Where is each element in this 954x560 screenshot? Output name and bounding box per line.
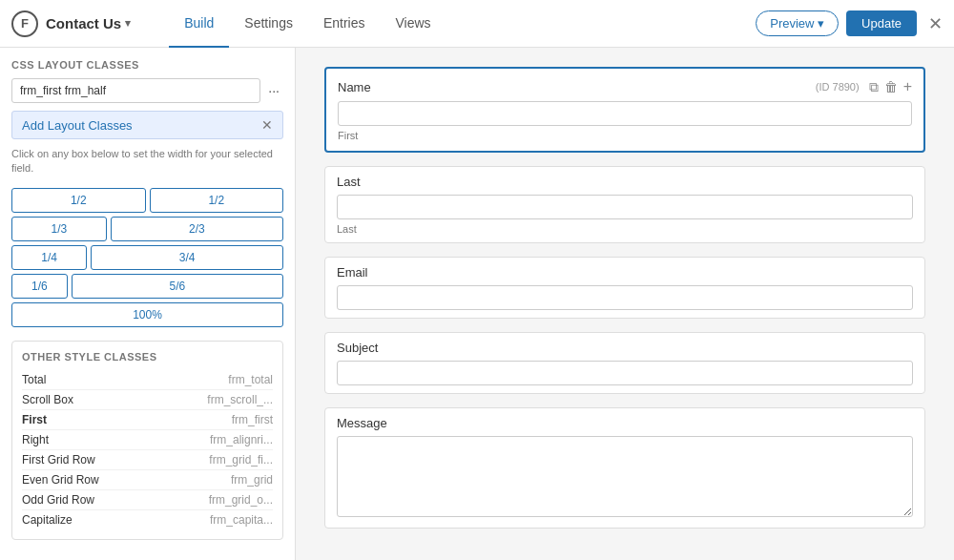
field-name[interactable]: Name (ID 7890) ⧉ 🗑 + First (324, 67, 925, 153)
grid-btn-two-thirds[interactable]: 2/3 (111, 217, 283, 241)
style-row-scroll[interactable]: Scroll Box frm_scroll_... (22, 390, 273, 410)
field-last[interactable]: Last Last (324, 166, 925, 243)
style-value-first-grid: frm_grid_fi... (209, 453, 273, 467)
grid-row-full: 100% (11, 302, 283, 327)
sidebar: CSS Layout Classes ··· Add Layout Classe… (0, 48, 296, 560)
style-label-first-grid: First Grid Row (22, 453, 95, 467)
close-button[interactable]: ✕ (928, 13, 943, 34)
grid-buttons: 1/2 1/2 1/3 2/3 1/4 3/4 1/6 5/6 100% (11, 188, 283, 327)
message-textarea[interactable] (337, 436, 913, 517)
close-layout-button[interactable]: ✕ (261, 117, 273, 133)
form-builder-content: Name (ID 7890) ⧉ 🗑 + First Last Last Ema… (296, 48, 954, 560)
field-name-title: Name (338, 80, 371, 94)
add-layout-label: Add Layout Classes (22, 118, 133, 133)
style-value-total: frm_total (228, 373, 273, 386)
grid-btn-third-1[interactable]: 1/3 (11, 217, 107, 241)
style-value-right: frm_alignri... (210, 433, 273, 446)
name-first-input[interactable] (338, 101, 912, 126)
style-label-odd-grid: Odd Grid Row (22, 493, 94, 507)
field-subject-label: Subject (337, 341, 913, 355)
style-value-even-grid: frm_grid (231, 473, 273, 487)
style-label-even-grid: Even Grid Row (22, 473, 99, 487)
delete-field-button[interactable]: 🗑 (884, 79, 898, 94)
style-value-first: frm_first (232, 413, 273, 426)
style-row-right[interactable]: Right frm_alignri... (22, 430, 273, 450)
header: F Contact Us ▾ Build Settings Entries Vi… (0, 0, 954, 48)
style-row-first[interactable]: First frm_first (22, 410, 273, 430)
grid-btn-five-sixths[interactable]: 5/6 (72, 274, 283, 299)
grid-btn-full[interactable]: 100% (11, 302, 283, 327)
other-section-title: Other Style Classes (22, 351, 273, 363)
style-label-capitalize: Capitalize (22, 513, 73, 527)
grid-row-quarter: 1/4 3/4 (11, 245, 283, 270)
preview-button[interactable]: Preview ▾ (756, 10, 839, 36)
style-row-even-grid[interactable]: Even Grid Row frm_grid (22, 470, 273, 490)
add-layout-bar[interactable]: Add Layout Classes ✕ (11, 111, 283, 139)
style-row-capitalize[interactable]: Capitalize frm_capita... (22, 510, 273, 529)
chevron-down-icon: ▾ (125, 17, 131, 30)
add-field-button[interactable]: + (903, 78, 912, 95)
field-last-label: Last (337, 175, 913, 189)
app-title: Contact Us ▾ (46, 15, 131, 31)
layout-hint: Click on any box below to set the width … (11, 147, 283, 176)
main-nav: Build Settings Entries Views (169, 0, 756, 48)
style-row-first-grid[interactable]: First Grid Row frm_grid_fi... (22, 450, 273, 470)
grid-row-sixth: 1/6 5/6 (11, 274, 283, 299)
css-section-title: CSS Layout Classes (11, 59, 283, 71)
other-styles-section: Other Style Classes Total frm_total Scro… (11, 341, 283, 540)
field-subject[interactable]: Subject (324, 332, 925, 394)
grid-btn-half-2[interactable]: 1/2 (150, 188, 284, 213)
style-label-right: Right (22, 433, 49, 446)
header-actions: Preview ▾ Update ✕ (756, 10, 943, 36)
nav-build[interactable]: Build (169, 0, 229, 48)
logo: F (11, 10, 38, 37)
field-email[interactable]: Email (324, 257, 925, 319)
last-sublabel: Last (337, 223, 913, 235)
subject-input[interactable] (337, 361, 913, 385)
grid-btn-half-1[interactable]: 1/2 (11, 188, 146, 213)
style-value-scroll: frm_scroll_... (207, 393, 273, 406)
nav-entries[interactable]: Entries (308, 0, 381, 48)
field-message-label: Message (337, 416, 913, 430)
grid-row-half: 1/2 1/2 (11, 188, 283, 213)
grid-btn-quarter[interactable]: 1/4 (11, 245, 87, 270)
style-label-scroll: Scroll Box (22, 393, 73, 406)
nav-settings[interactable]: Settings (229, 0, 308, 48)
style-label-first: First (22, 413, 47, 426)
update-button[interactable]: Update (846, 10, 917, 36)
field-name-id: (ID 7890) (816, 81, 860, 93)
email-input[interactable] (337, 285, 913, 310)
copy-field-button[interactable]: ⧉ (869, 79, 879, 95)
grid-btn-three-quarters[interactable]: 3/4 (91, 245, 283, 270)
style-label-total: Total (22, 373, 46, 386)
main-layout: CSS Layout Classes ··· Add Layout Classe… (0, 48, 954, 560)
grid-row-third: 1/3 2/3 (11, 217, 283, 241)
style-value-capitalize: frm_capita... (210, 513, 273, 527)
dots-menu-button[interactable]: ··· (264, 81, 283, 100)
css-input[interactable] (11, 78, 260, 103)
style-row-odd-grid[interactable]: Odd Grid Row frm_grid_o... (22, 490, 273, 510)
field-message[interactable]: Message (324, 407, 925, 529)
field-email-label: Email (337, 265, 913, 280)
nav-views[interactable]: Views (381, 0, 446, 48)
name-sublabel: First (338, 130, 912, 141)
last-input[interactable] (337, 195, 913, 219)
style-row-total[interactable]: Total frm_total (22, 370, 273, 390)
style-value-odd-grid: frm_grid_o... (209, 493, 273, 507)
grid-btn-sixth[interactable]: 1/6 (11, 274, 68, 299)
